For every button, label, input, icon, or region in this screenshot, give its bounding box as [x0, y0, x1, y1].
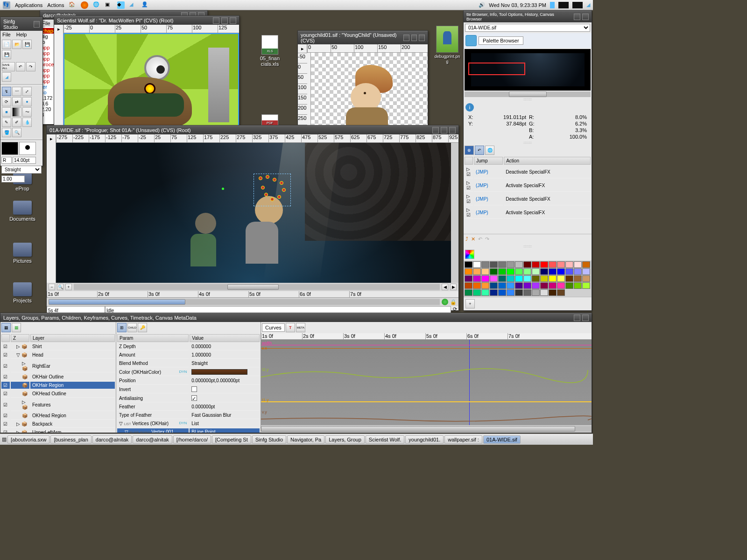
taskbar-item[interactable]: darco@alnitak: [133, 435, 172, 444]
palette-swatch[interactable]: [540, 268, 548, 275]
palette-swatch[interactable]: [557, 268, 565, 275]
params-tab-icon[interactable]: ⊞: [117, 323, 127, 332]
pt-input[interactable]: [13, 157, 36, 164]
taskbar-item[interactable]: Scientist Wolf.: [366, 435, 405, 444]
children-tab-icon[interactable]: CHILD: [127, 323, 137, 332]
palette-swatch[interactable]: [473, 261, 481, 268]
taskbar-item[interactable]: Sinfg Studio: [252, 435, 286, 444]
palette-swatch[interactable]: [523, 289, 531, 296]
minimize-icon[interactable]: [574, 14, 580, 20]
param-row[interactable]: Amount1.000000: [117, 351, 260, 359]
palette-swatch[interactable]: [481, 261, 489, 268]
maximize-icon[interactable]: [221, 17, 228, 24]
taskbar-item[interactable]: [/home/darco/: [173, 435, 211, 444]
palette-swatch[interactable]: [490, 261, 498, 268]
taskbar-item[interactable]: darco@alnitak: [92, 435, 132, 444]
palette-swatch[interactable]: [565, 282, 573, 289]
col-z[interactable]: Z: [11, 334, 29, 342]
globe-icon[interactable]: 🌐: [93, 1, 100, 9]
close-icon[interactable]: [449, 127, 456, 133]
palette-swatch[interactable]: [565, 268, 573, 275]
close-icon[interactable]: [34, 21, 40, 28]
palette-swatch[interactable]: [574, 268, 582, 275]
smooth-move-tool-icon[interactable]: 〰: [12, 87, 21, 96]
zoom-tool-icon[interactable]: 🔍: [12, 128, 21, 137]
r-input[interactable]: [1, 157, 12, 164]
opacity-input[interactable]: [1, 175, 25, 182]
circle-tool-icon[interactable]: ●: [22, 97, 32, 106]
palette-swatch[interactable]: [481, 275, 489, 282]
undo-icon[interactable]: ↶: [478, 236, 482, 242]
palette-swatch[interactable]: [481, 289, 489, 296]
history-row[interactable]: ▷ ☑(JMP)Deactivate SpecialFX: [465, 166, 591, 178]
minimize-icon[interactable]: [403, 35, 409, 41]
redo-button[interactable]: ↷: [26, 62, 35, 71]
bline-tool-icon[interactable]: 〜: [22, 107, 32, 117]
palette-swatch[interactable]: [582, 268, 590, 275]
palette-swatch[interactable]: [523, 261, 531, 268]
open-button[interactable]: 📂: [12, 40, 21, 49]
layer-row[interactable]: ☑▷ 📦UpperLeftArm: [1, 429, 115, 433]
palette-swatch[interactable]: [532, 275, 540, 282]
palette-swatch[interactable]: [490, 289, 498, 296]
palette-swatch[interactable]: [557, 261, 565, 268]
taskbar-item[interactable]: youngchild01.: [405, 435, 444, 444]
toolbox-titlebar[interactable]: Sinfg Studio: [0, 17, 42, 31]
param-row[interactable]: Z Depth0.000000: [117, 343, 260, 350]
zoom-fit-icon[interactable]: 🔍: [57, 284, 63, 290]
minimize-icon[interactable]: [213, 17, 219, 24]
palette-swatch[interactable]: [540, 275, 548, 282]
maximize-icon[interactable]: [411, 35, 417, 41]
home-icon[interactable]: 🏠: [69, 1, 76, 9]
desktop-file-xls[interactable]: XLS 05_financials.xls: [256, 35, 284, 67]
taskbar-item[interactable]: Layers, Group: [325, 435, 365, 444]
undo-button[interactable]: ↶: [16, 62, 25, 71]
curves-canvas[interactable]: width v.x t2.y t1.y v.y: [261, 340, 592, 425]
palette-swatch[interactable]: [582, 261, 590, 268]
canvas-caret-icon[interactable]: ▸: [298, 44, 307, 53]
close-icon[interactable]: [582, 315, 589, 321]
redo-icon[interactable]: ↷: [485, 236, 489, 242]
param-row[interactable]: Invert: [117, 385, 260, 393]
palette-swatch[interactable]: [582, 275, 590, 282]
mirror-tool-icon[interactable]: ⇄: [12, 97, 21, 106]
layer-row[interactable]: ☑▷ 📦Shirt: [1, 343, 115, 350]
sinfg-tray-icon[interactable]: ◢: [586, 2, 590, 8]
palette-swatch[interactable]: [532, 289, 540, 296]
param-row[interactable]: Position0.000000pt,0.000000pt: [117, 377, 260, 385]
taskbar-item[interactable]: 01A-WIDE.sif: [483, 435, 521, 444]
palette-swatch[interactable]: [507, 289, 514, 296]
add-color-icon[interactable]: +: [465, 299, 475, 308]
main-titlebar[interactable]: 01A-WIDE.sif : "Prologue; Shot 01A-" (Un…: [47, 126, 458, 134]
param-row[interactable]: ▽ LIST Vertices (OKHair)DYNList: [117, 420, 260, 427]
navigator-rect[interactable]: [468, 63, 525, 75]
palette-swatch[interactable]: [490, 268, 498, 275]
layer-row[interactable]: ☑▷ 📦Backpack: [1, 420, 115, 428]
taskbar-item[interactable]: [Competing St: [212, 435, 251, 444]
history-tab-1[interactable]: ⊗: [465, 146, 474, 155]
scrollbar-horizontal[interactable]: [74, 284, 440, 290]
save-button[interactable]: 💾: [22, 40, 32, 49]
taskbar-item[interactable]: Navigator, Pa: [287, 435, 324, 444]
maximize-icon[interactable]: [441, 127, 447, 133]
palette-swatch[interactable]: [574, 261, 582, 268]
palette-swatch[interactable]: [507, 268, 514, 275]
new-button[interactable]: 📄: [2, 40, 11, 49]
navigator-view[interactable]: [465, 49, 591, 91]
navigator-zoom-slider[interactable]: [465, 91, 591, 97]
palette-swatch[interactable]: [498, 261, 506, 268]
palette-swatch[interactable]: [540, 282, 548, 289]
palette-swatch[interactable]: [515, 268, 523, 275]
paint-icon[interactable]: ◆: [117, 1, 125, 9]
sketch-tool-icon[interactable]: ✐: [12, 118, 21, 127]
palette-swatch[interactable]: [549, 261, 557, 268]
menu-actions[interactable]: Actions: [47, 2, 64, 8]
menu-file[interactable]: File: [42, 21, 50, 26]
eyedrop-tool-icon[interactable]: 💧: [22, 118, 32, 127]
bg-color-swatch[interactable]: [19, 142, 36, 155]
col-value[interactable]: Value: [190, 334, 260, 342]
palette-swatch[interactable]: [465, 282, 472, 289]
palette-swatch[interactable]: [574, 282, 582, 289]
bottom-titlebar[interactable]: Layers, Groups, Params, Children, Keyfra…: [0, 313, 592, 322]
history-row[interactable]: ▷ ☑(JMP)Deactivate SpecialFX: [465, 193, 591, 205]
